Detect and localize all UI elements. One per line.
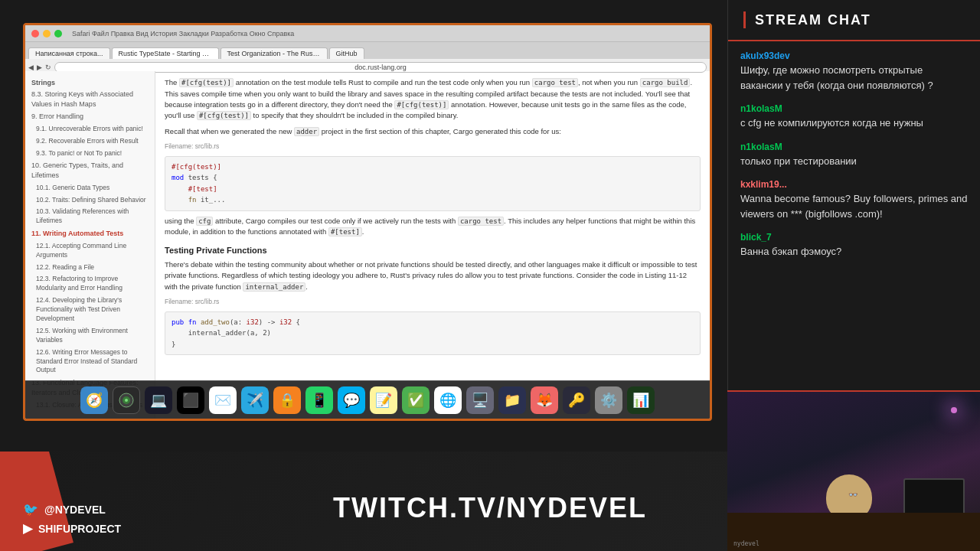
section-heading-private: Testing Private Functions: [165, 244, 701, 257]
chat-header-title: STREAM CHAT: [755, 12, 871, 28]
svg-point-2: [125, 399, 128, 402]
twitter-icon: 🐦: [23, 502, 38, 517]
desk-decoration: [727, 513, 980, 551]
sidebar-item-env-vars[interactable]: 12.5. Working with Environment Variables: [28, 325, 152, 347]
webcam-frame: 👓 nydevel: [727, 390, 980, 551]
dock-bar: 🧭 💻 ⬛ ✉️ ✈️ 🔒 📱 💬 📝 ✅ 🌐 🖥️ 📁 🦊 🔑 ⚙️ 📊: [25, 380, 710, 419]
chat-message-1: n1kolasMc cfg не компилируются когда не …: [740, 103, 968, 131]
chat-message-0: akulx93devШифу, где можно посмотреть отк…: [740, 51, 968, 93]
chat-text-0: Шифу, где можно посмотреть открытые вака…: [740, 63, 968, 93]
sidebar-section-strings: Strings: [28, 77, 152, 88]
sidebar-item-cmdline[interactable]: 12.1. Accepting Command Line Arguments: [28, 240, 152, 262]
close-button[interactable]: [31, 30, 39, 37]
browser-tab-2[interactable]: Rustic TypeState - Starting Out (notashe…: [112, 47, 219, 59]
sidebar-item-hash-maps[interactable]: 8.3. Storing Keys with Associated Values…: [28, 88, 152, 110]
chat-username-2: n1kolasM: [740, 142, 968, 152]
stream-area: Safari Файл Правка Вид История Закладки …: [23, 23, 712, 421]
chat-username-0: akulx93dev: [740, 51, 968, 61]
chat-text-1: c cfg не компилируются когда не нужны: [740, 116, 968, 131]
filename-2: Filename: src/lib.rs: [165, 297, 701, 307]
sidebar-item-generics[interactable]: 10. Generic Types, Traits, and Lifetimes: [28, 159, 152, 181]
filename-1: Filename: src/lib.rs: [165, 142, 701, 152]
sidebar-item-refactoring[interactable]: 12.3. Refactoring to Improve Modularity …: [28, 273, 152, 295]
browser-tab-3[interactable]: Test Organization - The Rust Programming…: [220, 47, 328, 59]
webcam-label: nydevel: [733, 540, 760, 547]
chat-text-4: Ванна бэкап фэмоус?: [740, 244, 968, 259]
nav-back[interactable]: ◀: [28, 64, 34, 71]
dock-icon-chrome[interactable]: 🌐: [434, 386, 462, 414]
dock-icon-skype[interactable]: 💬: [338, 386, 365, 414]
webcam-inner: 👓 nydevel: [727, 392, 980, 551]
twitter-link[interactable]: 🐦 @NYDEVEL: [23, 502, 121, 517]
sidebar-item-reading-file[interactable]: 12.2. Reading a File: [28, 262, 152, 274]
dock-icon-1password[interactable]: 🔑: [563, 386, 590, 414]
browser-chrome: Safari Файл Правка Вид История Закладки …: [25, 25, 710, 71]
sidebar-item-error-handling[interactable]: 9. Error Handling: [28, 110, 152, 123]
dock-icon-finder[interactable]: 📁: [498, 386, 526, 414]
dock-icon-sysprefs[interactable]: ⚙️: [595, 386, 622, 414]
dock-icon-obs[interactable]: [113, 386, 140, 414]
chat-message-3: kxklim19...Wanna become famous? Buy foll…: [740, 179, 968, 221]
sidebar-item-tdd[interactable]: 12.4. Developing the Library's Functiona…: [28, 295, 152, 325]
minimize-button[interactable]: [43, 30, 51, 37]
chat-messages: akulx93devШифу, где можно посмотреть отк…: [728, 41, 980, 424]
sidebar-item-testing[interactable]: 11. Writing Automated Tests: [28, 227, 152, 240]
channel-name: TWITCH.TV/NYDEVEL: [333, 492, 647, 524]
code-block-2: pub fn add_two(a: i32) -> i32 { internal…: [165, 311, 701, 355]
dock-icon-mail[interactable]: ✉️: [209, 386, 237, 414]
browser-menu: Safari Файл Правка Вид История Закладки …: [72, 30, 294, 37]
browser-tab-1[interactable]: Написанная строка...: [28, 47, 110, 59]
chat-username-4: blick_7: [740, 232, 968, 243]
dock-icon-safari[interactable]: 🧭: [80, 386, 108, 414]
chat-header: STREAM CHAT: [728, 0, 980, 41]
doc-paragraph-3: using the cfg attribute, Cargo compiles …: [165, 216, 701, 238]
chat-panel: STREAM CHAT akulx93devШифу, где можно по…: [727, 0, 980, 551]
doc-content: The #[cfg(test)] annotation on the test …: [155, 71, 710, 419]
maximize-button[interactable]: [54, 30, 62, 37]
code-block-1: #[cfg(test)] mod tests { #[test] fn it_.…: [165, 156, 701, 211]
browser-tab-4[interactable]: GitHub: [329, 47, 364, 59]
room-lamp: [951, 407, 957, 413]
dock-icon-tasks[interactable]: ✅: [402, 386, 430, 414]
dock-icon-telegram[interactable]: ✈️: [241, 386, 269, 414]
sidebar-item-lifetimes[interactable]: 10.3. Validating References with Lifetim…: [28, 206, 152, 227]
youtube-link[interactable]: ▶ SHIFUPROJECT: [23, 521, 121, 536]
chat-header-accent: [743, 11, 746, 28]
doc-paragraph-1: The #[cfg(test)] annotation on the test …: [165, 77, 701, 122]
nav-forward[interactable]: ▶: [37, 64, 42, 71]
red-stripe-decoration: [0, 452, 153, 551]
doc-paragraph-2: Recall that when we generated the new ad…: [165, 126, 701, 138]
dock-icon-display[interactable]: 🖥️: [466, 386, 494, 414]
browser-content: Strings 8.3. Storing Keys with Associate…: [25, 71, 710, 419]
chat-message-4: blick_7Ванна бэкап фэмоус?: [740, 232, 968, 259]
dock-icon-whatsapp[interactable]: 📱: [305, 386, 333, 414]
youtube-handle: SHIFUPROJECT: [38, 523, 121, 535]
twitter-handle: @NYDEVEL: [44, 504, 106, 516]
dock-icon-terminal[interactable]: ⬛: [177, 386, 204, 414]
sidebar-item-generic-types[interactable]: 10.1. Generic Data Types: [28, 182, 152, 194]
dock-icon-activity[interactable]: 📊: [627, 386, 655, 414]
chat-text-2: только при тестировании: [740, 154, 968, 169]
browser-tabs: Написанная строка... Rustic TypeState - …: [25, 42, 710, 59]
dock-icon-notes[interactable]: 📝: [370, 386, 397, 414]
chat-message-2: n1kolasMтолько при тестировании: [740, 142, 968, 169]
dock-icon-firefox[interactable]: 🦊: [531, 386, 558, 414]
dock-icon-nordvpn[interactable]: 🔒: [273, 386, 301, 414]
youtube-icon: ▶: [23, 521, 32, 536]
nav-refresh[interactable]: ↻: [45, 64, 51, 71]
sidebar-item-result[interactable]: 9.2. Recoverable Errors with Result: [28, 135, 152, 148]
person-glasses: 👓: [848, 491, 858, 499]
chat-text-3: Wanna become famous? Buy followers, prim…: [740, 191, 968, 221]
sidebar-item-topanic[interactable]: 9.3. To panic! or Not To panic!: [28, 148, 152, 160]
browser-titlebar: Safari Файл Правка Вид История Закладки …: [25, 25, 710, 42]
doc-paragraph-4: There's debate within the testing commun…: [165, 259, 701, 292]
sidebar-item-panic[interactable]: 9.1. Unrecoverable Errors with panic!: [28, 123, 152, 135]
doc-sidebar: Strings 8.3. Storing Keys with Associate…: [25, 71, 155, 419]
dock-icon-vscode[interactable]: 💻: [145, 386, 172, 414]
sidebar-item-traits[interactable]: 10.2. Traits: Defining Shared Behavior: [28, 194, 152, 207]
chat-username-3: kxklim19...: [740, 179, 968, 190]
sidebar-item-stderr[interactable]: 12.6. Writing Error Messages to Standard…: [28, 347, 152, 377]
chat-username-1: n1kolasM: [740, 103, 968, 114]
